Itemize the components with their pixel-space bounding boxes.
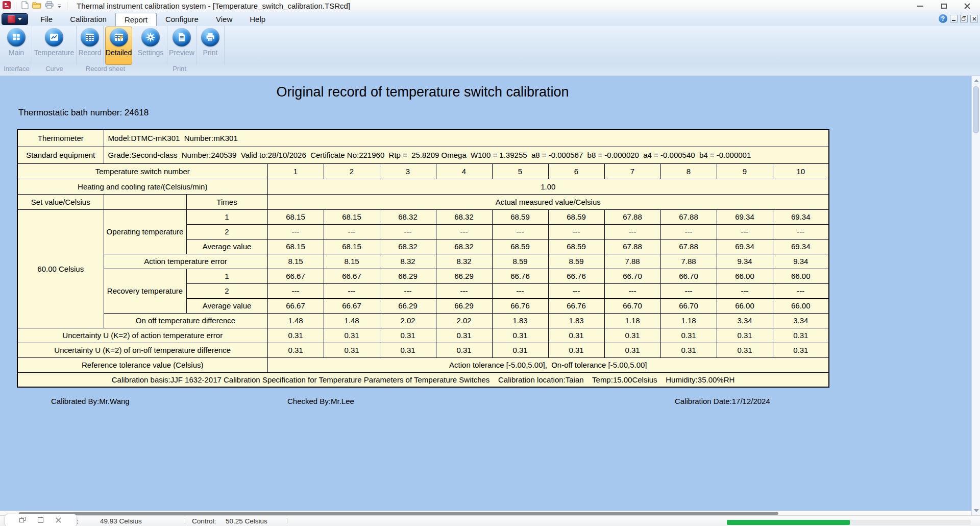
- table-row: 60.00 Celsius Operating temperature 1 68…: [17, 209, 829, 224]
- bath-number-label: Thermostatic bath number: 24618: [18, 108, 149, 118]
- temperature-curve-button[interactable]: Temperature: [32, 26, 77, 65]
- table-cell: 69.34: [773, 209, 829, 224]
- table-cell: ---: [492, 283, 548, 298]
- detailed-button[interactable]: Detailed: [104, 26, 134, 65]
- separator: [16, 2, 16, 10]
- table-cell: Recovery temperature: [104, 269, 186, 313]
- table-cell: 60.00 Celsius: [17, 209, 104, 328]
- vertical-scrollbar[interactable]: [971, 76, 980, 515]
- table-row: Set value/Celsius Times Actual measured …: [17, 194, 829, 209]
- preview-button[interactable]: Preview: [167, 26, 197, 65]
- table-cell: 67.88: [604, 239, 660, 254]
- table-cell: Uncertainty U (K=2) of action temperatur…: [17, 328, 267, 343]
- table-cell: 66.70: [660, 269, 717, 283]
- table-cell: 66.76: [492, 298, 548, 313]
- vertical-scrollbar-thumb[interactable]: [973, 86, 979, 133]
- table-row: Calibration basis:JJF 1632-2017 Calibrat…: [17, 372, 829, 387]
- table-cell: 68.15: [324, 209, 380, 224]
- mini-window-controls: [5, 514, 77, 526]
- table-cell: 1.48: [324, 313, 380, 328]
- horizontal-scrollbar-thumb[interactable]: [19, 512, 778, 515]
- table-row: Temperature switch number 12345678910: [17, 163, 829, 179]
- table-row: Uncertainty U (K=2) of action temperatur…: [17, 328, 829, 343]
- ribbon-tabs: File Calibration Report Configure View H…: [32, 12, 274, 26]
- table-cell: 69.34: [717, 209, 773, 224]
- table-cell: 1: [267, 163, 324, 179]
- table-cell: 0.31: [548, 328, 604, 343]
- scroll-up-arrow-icon[interactable]: [974, 79, 979, 82]
- table-cell: 1.83: [548, 313, 604, 328]
- minimize-button[interactable]: [909, 0, 932, 12]
- print-quick-icon[interactable]: [45, 1, 54, 11]
- table-cell: 66.67: [324, 269, 380, 283]
- table-cell: 67.88: [660, 209, 717, 224]
- tab-report[interactable]: Report: [115, 13, 157, 26]
- group-label-print: Print: [134, 65, 225, 74]
- ribbon-group-record-sheet: Record Detailed Record sheet: [77, 26, 134, 76]
- horizontal-scrollbar[interactable]: [0, 511, 971, 515]
- table-cell: 0.31: [604, 328, 660, 343]
- status-separator: [287, 518, 287, 523]
- window-title: Thermal instrument calibration system - …: [77, 2, 350, 10]
- new-document-icon[interactable]: [21, 1, 29, 11]
- tab-help[interactable]: Help: [241, 12, 274, 26]
- qat-dropdown-icon[interactable]: [57, 2, 62, 11]
- ribbon-group-interface: Main Interface: [1, 26, 32, 76]
- tab-file[interactable]: File: [32, 12, 61, 26]
- scroll-down-arrow-icon[interactable]: [974, 509, 979, 512]
- application-menu-button[interactable]: [2, 13, 28, 25]
- main-interface-icon: [7, 28, 26, 46]
- table-cell: 2: [186, 283, 267, 298]
- mdi-close-button[interactable]: [970, 15, 978, 22]
- table-cell: Model:DTMC-mK301 Number:mK301: [104, 130, 829, 147]
- chevron-down-icon: [18, 18, 22, 20]
- print-button[interactable]: Print: [197, 26, 225, 65]
- separator: [67, 2, 67, 10]
- mdi-restore-button[interactable]: [960, 15, 968, 22]
- group-label-interface: Interface: [1, 65, 32, 74]
- table-cell: 2: [186, 224, 267, 239]
- table-cell: 0.31: [436, 328, 492, 343]
- table-cell: 7.88: [660, 254, 717, 269]
- table-cell: 3: [380, 163, 436, 179]
- table-cell: 1: [186, 209, 267, 224]
- help-icon[interactable]: ?: [939, 14, 947, 23]
- table-cell: 1.48: [267, 313, 324, 328]
- table-cell: 69.34: [773, 239, 829, 254]
- table-cell: ---: [548, 224, 604, 239]
- open-folder-icon[interactable]: [32, 2, 41, 11]
- mini-close-icon[interactable]: [56, 516, 61, 525]
- calibration-date-label: Calibration Date:17/12/2024: [675, 397, 770, 405]
- tab-calibration[interactable]: Calibration: [61, 12, 115, 26]
- table-cell: Calibration basis:JJF 1632-2017 Calibrat…: [17, 372, 829, 387]
- table-cell: 69.34: [717, 239, 773, 254]
- main-button[interactable]: Main: [1, 26, 32, 65]
- tab-configure[interactable]: Configure: [157, 12, 207, 26]
- ribbon-group-curve: Temperature Curve: [32, 26, 77, 76]
- record-button[interactable]: Record: [77, 26, 104, 65]
- mdi-minimize-button[interactable]: [950, 15, 958, 22]
- table-cell: 0.31: [492, 343, 548, 357]
- settings-button[interactable]: Settings: [134, 26, 167, 65]
- table-cell: Times: [186, 194, 267, 209]
- mini-maximize-icon[interactable]: [38, 516, 43, 525]
- table-cell: ---: [267, 224, 324, 239]
- table-cell: 0.31: [492, 328, 548, 343]
- tab-view[interactable]: View: [207, 12, 241, 26]
- table-cell: 9.34: [773, 254, 829, 269]
- table-cell: ---: [773, 283, 829, 298]
- calibrated-by-label: Calibrated By:Mr.Wang: [51, 397, 130, 405]
- table-cell: 0.31: [548, 343, 604, 357]
- menu-bar: File Calibration Report Configure View H…: [0, 12, 980, 26]
- table-cell: 66.29: [436, 298, 492, 313]
- maximize-button[interactable]: [932, 0, 955, 12]
- table-cell: Heating and cooling rate/(Celsius/min): [17, 179, 267, 194]
- table-cell: 68.59: [548, 239, 604, 254]
- close-button[interactable]: [955, 0, 979, 12]
- mini-restore-icon[interactable]: [19, 516, 26, 525]
- table-cell: 8.32: [380, 254, 436, 269]
- ribbon: Main Interface Temperature Curve: [0, 26, 980, 76]
- table-cell: Average value: [186, 298, 267, 313]
- table-cell: 4: [436, 163, 492, 179]
- table-cell: ---: [492, 224, 548, 239]
